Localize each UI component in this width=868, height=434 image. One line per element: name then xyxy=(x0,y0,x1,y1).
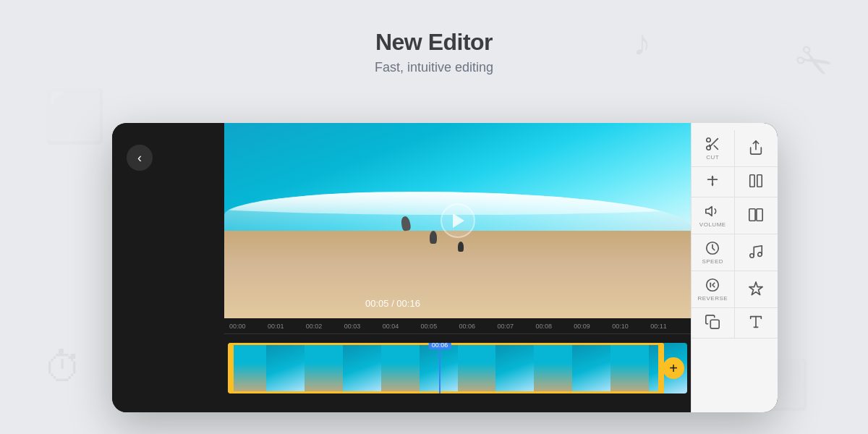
music-icon xyxy=(748,244,764,260)
tc-9: 00:09 xyxy=(572,323,610,330)
tc-0: 00:00 xyxy=(228,323,266,330)
tc-7: 00:07 xyxy=(495,323,534,330)
thumb-2 xyxy=(305,343,343,393)
play-button[interactable] xyxy=(441,203,475,238)
volume-label: VOLUME xyxy=(699,221,726,228)
thumb-3 xyxy=(343,343,381,393)
selection-left-handle[interactable] xyxy=(228,343,234,393)
thumb-10 xyxy=(610,343,649,393)
svg-point-16 xyxy=(750,253,754,258)
timestamp-display: 00:05 / 00:16 xyxy=(365,298,420,309)
svg-point-17 xyxy=(758,252,762,256)
tc-6: 00:06 xyxy=(458,323,496,330)
export-tool[interactable] xyxy=(735,130,778,167)
tc-1: 00:01 xyxy=(266,323,305,330)
reverse-label: REVERSE xyxy=(697,295,728,302)
timeline-area: 00:00 00:01 00:02 00:03 00:04 00:05 00:0… xyxy=(224,318,691,412)
tc-8: 00:08 xyxy=(534,323,572,330)
header: New Editor Fast, intuitive editing xyxy=(0,29,868,75)
tc-4: 00:04 xyxy=(381,323,420,330)
music-tool[interactable] xyxy=(735,234,778,271)
thumb-7 xyxy=(495,343,534,393)
thumb-6 xyxy=(458,343,496,393)
split-icon xyxy=(748,207,764,223)
share-icon xyxy=(748,140,764,156)
thumb-5 xyxy=(420,343,458,393)
trim-tool[interactable] xyxy=(735,167,778,197)
scissors-icon xyxy=(705,136,720,152)
add-clip-button[interactable]: + xyxy=(663,357,684,379)
playhead-label: 00:06 xyxy=(429,343,451,349)
split-tool[interactable] xyxy=(735,197,778,234)
right-toolbar: CUT xyxy=(691,123,778,412)
tc-11: 00:11 xyxy=(649,323,687,330)
tc-10: 00:10 xyxy=(610,323,649,330)
thumb-4 xyxy=(381,343,420,393)
tc-2: 00:02 xyxy=(305,323,343,330)
left-panel: ‹ xyxy=(112,123,224,412)
trim-icon xyxy=(748,173,764,189)
bg-clock-icon: ⏱ xyxy=(43,344,83,391)
volume-tool[interactable]: VOLUME xyxy=(692,197,735,234)
play-icon xyxy=(453,213,464,228)
thumb-1 xyxy=(266,343,305,393)
tc-5: 00:05 xyxy=(420,323,458,330)
thumbnail-frames xyxy=(228,343,687,393)
back-button[interactable]: ‹ xyxy=(127,145,153,171)
copy-icon xyxy=(705,314,720,330)
svg-line-4 xyxy=(710,145,710,146)
page-subtitle: Fast, intuitive editing xyxy=(0,60,868,75)
strip-container: 00:06 + xyxy=(228,343,687,393)
text-icon xyxy=(748,314,764,330)
playhead[interactable]: 00:06 xyxy=(439,343,441,393)
timecode-ruler: 00:00 00:01 00:02 00:03 00:04 00:05 00:0… xyxy=(224,318,691,334)
cut-tool[interactable]: CUT xyxy=(692,130,735,167)
surfer-figure-2 xyxy=(430,231,437,244)
reverse-icon xyxy=(705,277,720,293)
volume-icon xyxy=(705,203,720,219)
speed-icon xyxy=(705,240,720,256)
svg-rect-14 xyxy=(757,208,762,221)
copy-tool[interactable] xyxy=(692,308,735,339)
svg-line-3 xyxy=(715,145,718,149)
page-title: New Editor xyxy=(0,29,868,56)
svg-rect-13 xyxy=(749,208,755,221)
speed-label: SPEED xyxy=(702,258,723,265)
cut-label: CUT xyxy=(706,154,719,161)
surfer-figure-3 xyxy=(458,242,464,252)
tone-tool[interactable] xyxy=(692,167,735,197)
svg-point-9 xyxy=(712,183,714,185)
sparkle-icon xyxy=(748,281,764,297)
thumb-8 xyxy=(534,343,572,393)
bg-photo-icon: ⬜ xyxy=(43,87,106,146)
effects-tool[interactable] xyxy=(735,271,778,308)
svg-rect-11 xyxy=(757,175,762,187)
speed-tool[interactable]: SPEED xyxy=(692,234,735,271)
device-frame: ‹ 00:05 / 00:16 xyxy=(112,123,778,412)
svg-point-0 xyxy=(707,138,711,142)
svg-rect-10 xyxy=(750,175,754,187)
video-area: 00:05 / 00:16 00:00 00:01 00:02 00:03 00… xyxy=(224,123,691,412)
svg-rect-20 xyxy=(711,320,720,328)
text-tool[interactable] xyxy=(735,308,778,339)
toolbar-grid: CUT xyxy=(692,130,778,339)
svg-point-8 xyxy=(712,176,714,179)
thumb-9 xyxy=(572,343,610,393)
reverse-tool[interactable]: REVERSE xyxy=(692,271,735,308)
video-preview xyxy=(224,123,691,318)
tc-3: 00:03 xyxy=(343,323,381,330)
tone-icon xyxy=(705,173,720,189)
svg-marker-12 xyxy=(706,207,712,216)
timecodes: 00:00 00:01 00:02 00:03 00:04 00:05 00:0… xyxy=(228,323,687,330)
video-strip[interactable]: 00:06 + xyxy=(228,340,687,396)
